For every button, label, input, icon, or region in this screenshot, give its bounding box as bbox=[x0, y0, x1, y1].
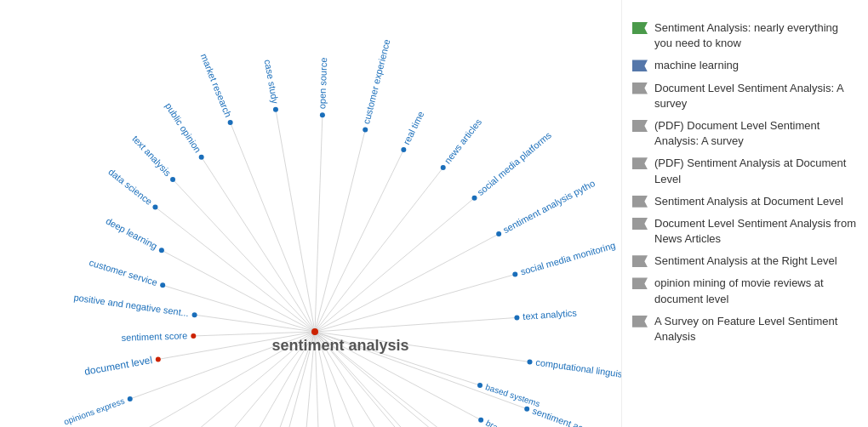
headline-item[interactable]: Sentiment Analysis at Document Level bbox=[632, 194, 858, 209]
headline-text: Sentiment Analysis: nearly everything yo… bbox=[654, 20, 858, 51]
headline-text: (PDF) Sentiment Analysis at Document Lev… bbox=[654, 156, 858, 186]
headline-icon bbox=[632, 157, 648, 169]
headline-icon bbox=[632, 60, 648, 71]
headline-text: Sentiment Analysis at Document Level bbox=[654, 194, 843, 209]
headline-text: Document Level Sentiment Analysis: A sur… bbox=[654, 81, 858, 111]
headline-item[interactable]: Document Level Sentiment Analysis: A sur… bbox=[632, 81, 858, 111]
radial-chart bbox=[0, 0, 621, 427]
headline-item[interactable]: A Survey on Feature Level Sentiment Anal… bbox=[632, 314, 858, 344]
radial-canvas bbox=[0, 0, 621, 427]
headline-icon bbox=[632, 255, 648, 267]
headline-icon bbox=[632, 22, 648, 34]
headline-text: (PDF) Document Level Sentiment Analysis:… bbox=[654, 118, 858, 149]
headline-item[interactable]: opinion mining of movie reviews at docum… bbox=[632, 276, 858, 306]
headline-icon bbox=[632, 316, 648, 327]
headline-item[interactable]: (PDF) Sentiment Analysis at Document Lev… bbox=[632, 156, 858, 186]
headline-text: opinion mining of movie reviews at docum… bbox=[654, 276, 858, 306]
headlines-list: Sentiment Analysis: nearly everything yo… bbox=[632, 20, 858, 344]
headline-icon bbox=[632, 196, 648, 208]
headline-item[interactable]: Document Level Sentiment Analysis from N… bbox=[632, 216, 858, 247]
headline-text: Sentiment Analysis at the Right Level bbox=[654, 253, 837, 269]
headlines-panel: Sentiment Analysis: nearly everything yo… bbox=[621, 0, 868, 427]
headline-icon bbox=[632, 120, 648, 132]
headline-text: A Survey on Feature Level Sentiment Anal… bbox=[654, 314, 858, 344]
headline-icon bbox=[632, 83, 648, 94]
headline-item[interactable]: Sentiment Analysis: nearly everything yo… bbox=[632, 20, 858, 51]
headline-item[interactable]: machine learning bbox=[632, 58, 858, 73]
headline-icon bbox=[632, 218, 648, 230]
headline-text: Document Level Sentiment Analysis from N… bbox=[654, 216, 858, 247]
headline-text: machine learning bbox=[654, 58, 739, 73]
headline-icon bbox=[632, 277, 648, 289]
headline-item[interactable]: Sentiment Analysis at the Right Level bbox=[632, 253, 858, 269]
headline-item[interactable]: (PDF) Document Level Sentiment Analysis:… bbox=[632, 118, 858, 149]
